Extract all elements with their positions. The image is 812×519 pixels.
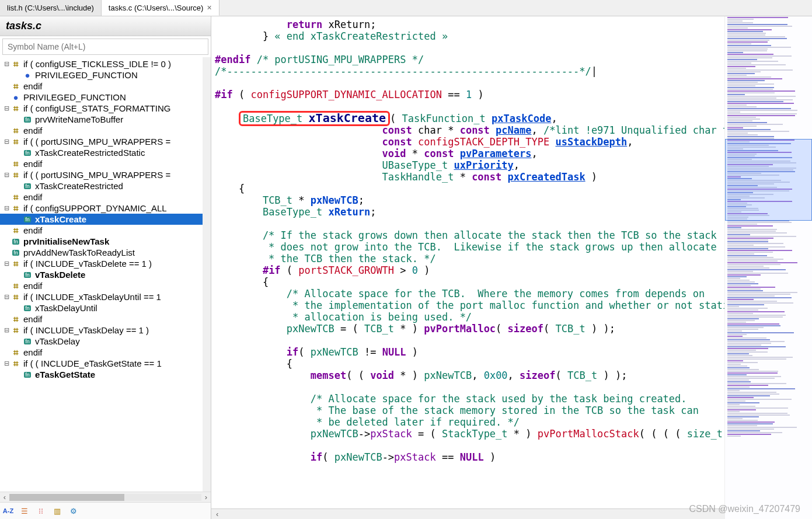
scrollbar-track[interactable] <box>9 494 201 501</box>
tree-item[interactable]: ⌗endif <box>0 314 203 325</box>
hash-icon: ⌗ <box>11 315 21 324</box>
tabs-bar: list.h (C:\Users\...\include) tasks.c (C… <box>0 0 812 16</box>
func-icon: fn <box>11 248 21 257</box>
expander-icon[interactable]: ⊟ <box>2 260 11 267</box>
expander-icon[interactable]: ⊟ <box>2 105 11 112</box>
tree-item-label: if ( INCLUDE_vTaskDelete == 1 ) <box>23 259 152 269</box>
expander-icon[interactable]: ⊟ <box>2 293 11 301</box>
tree-item-label: endif <box>23 126 43 135</box>
tree-item[interactable]: ⊟⌗if ( ( portUSING_MPU_WRAPPERS = <box>0 136 203 147</box>
close-icon[interactable]: × <box>207 3 211 12</box>
tree-item[interactable]: ⊟⌗if ( INCLUDE_xTaskDelayUntil == 1 <box>0 291 203 302</box>
tree-item-label: prvWriteNameToBuffer <box>35 114 123 124</box>
hash-icon: ⌗ <box>11 126 21 135</box>
hash-icon: ⌗ <box>11 159 21 169</box>
tree-item[interactable]: ⊟⌗if ( configUSE_STATS_FORMATTING <box>0 103 203 114</box>
scrollbar-thumb[interactable] <box>9 494 124 501</box>
tree-item[interactable]: ⌗endif <box>0 125 203 136</box>
func-icon: fn <box>22 115 33 124</box>
tree-item-label: vTaskDelete <box>35 270 85 280</box>
scroll-right-icon[interactable]: › <box>201 493 211 501</box>
tab-label: list.h (C:\Users\...\include) <box>7 4 94 12</box>
tree-item[interactable]: fnvTaskDelay <box>0 336 203 347</box>
tree-item-label: vTaskDelay <box>35 336 80 346</box>
hash-icon: ⌗ <box>11 170 21 180</box>
tree-item[interactable]: ●PRIVILEGED_FUNCTION <box>0 92 203 103</box>
func-icon: fn <box>22 270 33 280</box>
tree-item[interactable]: ⊟⌗if ( INCLUDE_vTaskDelay == 1 ) <box>0 325 203 336</box>
editor-bottom-bar: ‹ <box>211 508 724 519</box>
tree-item-label: prvAddNewTaskToReadyList <box>23 248 135 257</box>
tree-item-label: xTaskCreate <box>35 214 86 224</box>
expander-icon[interactable]: ⊟ <box>2 138 11 145</box>
hash-icon: ⌗ <box>11 226 21 235</box>
tree-item[interactable]: ⊟⌗if ( configUSE_TICKLESS_IDLE != 0 ) <box>0 58 203 69</box>
tab-tasks-c[interactable]: tasks.c (C:\Users\...\Source)× <box>102 0 219 16</box>
list-view-button[interactable]: ☰ <box>19 505 30 517</box>
tree-item[interactable]: ⌗endif <box>0 81 203 92</box>
tree-item[interactable]: ⌗endif <box>0 347 203 358</box>
tree-item-label: PRIVILEGED_FUNCTION <box>35 70 138 80</box>
hash-icon: ⌗ <box>11 60 21 69</box>
tree-item[interactable]: fnxTaskCreateRestrictedStatic <box>0 147 203 158</box>
tree-item[interactable]: fnxTaskDelayUntil <box>0 302 203 314</box>
tab-list-h[interactable]: list.h (C:\Users\...\include) <box>0 0 102 16</box>
expander-icon[interactable]: ⊟ <box>2 171 11 179</box>
expander-icon[interactable]: ⊟ <box>2 326 11 334</box>
tree-item[interactable]: ⊟⌗if ( INCLUDE_vTaskDelete == 1 ) <box>0 258 203 269</box>
tree-view-button[interactable]: ⁝⁝ <box>35 505 47 517</box>
hash-icon: ⌗ <box>11 204 21 213</box>
expander-icon[interactable]: ⊟ <box>2 360 11 367</box>
expander-icon[interactable]: ⊟ <box>2 60 11 68</box>
tree-item[interactable]: fnxTaskCreate <box>0 214 203 225</box>
tree-item[interactable]: fnvTaskDelete <box>0 269 203 280</box>
tree-item-label: if ( INCLUDE_vTaskDelay == 1 ) <box>23 325 149 335</box>
hash-icon: ⌗ <box>11 326 21 335</box>
symbol-search <box>2 39 208 55</box>
tree-item[interactable]: ⌗endif <box>0 158 203 169</box>
tree-item[interactable]: fnprvInitialiseNewTask <box>0 236 203 247</box>
source-code[interactable]: return xReturn; } « end xTaskCreateRestr… <box>211 16 724 465</box>
tree-item[interactable]: ⌗endif <box>0 280 203 291</box>
symbol-tree[interactable]: ⊟⌗if ( configUSE_TICKLESS_IDLE != 0 )●PR… <box>0 57 203 492</box>
tree-item-label: PRIVILEGED_FUNCTION <box>23 92 126 102</box>
tree-item-label: endif <box>23 225 43 235</box>
main-area: tasks.c ⊟⌗if ( configUSE_TICKLESS_IDLE !… <box>0 16 812 519</box>
hash-icon: ⌗ <box>11 137 21 147</box>
tree-vertical-scrollbar[interactable] <box>203 57 211 492</box>
editor-area: return xReturn; } « end xTaskCreateRestr… <box>211 16 812 519</box>
panel-toolbar: A-Z ☰ ⁝⁝ ▥ ⚙ <box>0 502 211 519</box>
code-scroll[interactable]: return xReturn; } « end xTaskCreateRestr… <box>211 16 724 508</box>
tree-item[interactable]: ⊟⌗if ( ( INCLUDE_eTaskGetState == 1 <box>0 358 203 369</box>
tree-item[interactable]: fnprvWriteNameToBuffer <box>0 114 203 125</box>
tree-horizontal-scrollbar[interactable]: ‹ › <box>0 492 211 502</box>
nav-back-button[interactable]: ‹ <box>211 510 223 518</box>
tab-label: tasks.c (C:\Users\...\Source) <box>109 4 204 12</box>
tree-item[interactable]: ●PRIVILEGED_FUNCTION <box>0 69 203 81</box>
tree-item[interactable]: fneTaskGetState <box>0 369 203 380</box>
expander-icon[interactable]: ⊟ <box>2 204 11 212</box>
symbol-search-input[interactable] <box>2 39 208 55</box>
tree-item-label: endif <box>23 159 43 169</box>
tree-item[interactable]: fnprvAddNewTaskToReadyList <box>0 247 203 258</box>
book-button[interactable]: ▥ <box>51 505 63 517</box>
hash-icon: ⌗ <box>11 292 21 302</box>
code-pane: return xReturn; } « end xTaskCreateRestr… <box>211 16 724 519</box>
tree-item-label: if ( INCLUDE_xTaskDelayUntil == 1 <box>23 292 161 302</box>
func-icon: fn <box>22 182 33 191</box>
minimap-viewport[interactable] <box>725 139 812 221</box>
settings-button[interactable]: ⚙ <box>68 505 79 517</box>
tree-item[interactable]: ⌗endif <box>0 191 203 203</box>
tree-item-label: xTaskDelayUntil <box>35 303 97 313</box>
tree-item[interactable]: ⌗endif <box>0 225 203 236</box>
func-icon: fn <box>22 148 33 158</box>
tree-item-label: endif <box>23 281 43 291</box>
minimap[interactable] <box>724 16 812 519</box>
tree-item[interactable]: fnxTaskCreateRestricted <box>0 180 203 191</box>
tree-item-label: eTaskGetState <box>35 370 95 379</box>
tree-item[interactable]: ⊟⌗if ( ( portUSING_MPU_WRAPPERS = <box>0 169 203 180</box>
scroll-left-icon[interactable]: ‹ <box>0 493 9 501</box>
tree-item-label: endif <box>23 81 43 91</box>
sort-az-button[interactable]: A-Z <box>2 505 14 517</box>
tree-item[interactable]: ⊟⌗if ( configSUPPORT_DYNAMIC_ALL <box>0 203 203 214</box>
